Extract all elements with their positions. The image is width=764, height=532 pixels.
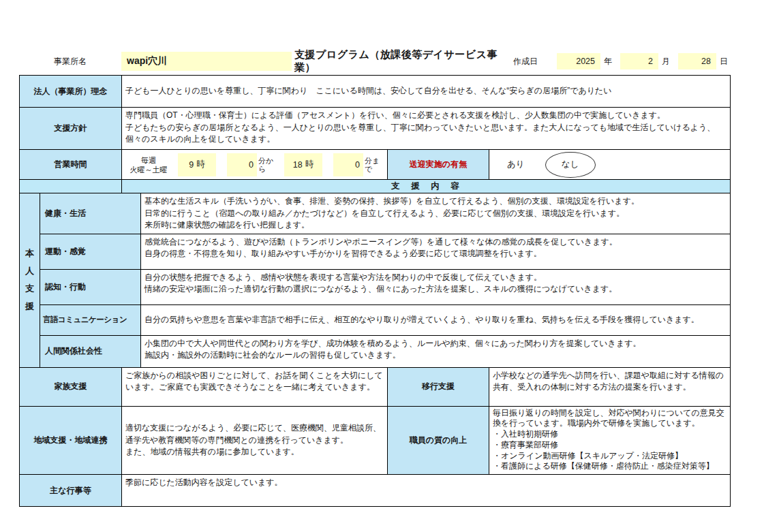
- health-life-text: 基本的な生活スキル（手洗いうがい、食事、排泄、姿勢の保持、挨拶等）を自立して行え…: [141, 193, 730, 234]
- health-life-label: 健康・生活: [40, 193, 141, 234]
- cognition-behavior-label: 認知・行動: [40, 270, 141, 304]
- motor-sensory-label: 運動・感覚: [40, 234, 141, 269]
- end-hour-unit: 時: [305, 159, 314, 170]
- cognition-behavior-text: 自分の状態を把握できるよう、感情や状態を表現する言葉や方法を関わりの中で反復して…: [141, 270, 730, 304]
- minute-from-unit: 分から: [257, 157, 276, 173]
- language-communication-line-1: 自分の気持ちや意思を言葉や非言語で相手に伝え、相互的なやり取りが増えていくよう、…: [144, 314, 727, 326]
- events-text: 季節に応じた活動内容を設定しています。: [122, 475, 730, 506]
- band-left-spacer: [20, 180, 122, 193]
- document-header: 事業所名 wapi穴川 支援プログラム（放課後等デイサービス事業） 作成日 20…: [19, 50, 731, 72]
- end-hour-value: 18: [293, 160, 303, 170]
- social-relations-row: 人間関係社会性 小集団の中で大人や同世代との関わり方を学び、成功体験を積めるよう…: [40, 336, 730, 367]
- philosophy-row: 法人（事業所）理念 子ども一人ひとりの思いを尊重し、丁寧に関わり ここにいる時間…: [20, 76, 730, 108]
- social-relations-label: 人間関係社会性: [40, 336, 141, 367]
- day-unit: 日: [720, 56, 728, 67]
- family-support-label: 家族支援: [20, 368, 122, 406]
- community-staff-row: 地域支援・地域連携 適切な支援につながるよう、必要に応じて、医療機関、児童相談所…: [20, 407, 730, 475]
- social-relations-line-1: 小集団の中で大人や同世代との関わり方を学び、成功体験を積めるよう、ルールや約束、…: [144, 338, 727, 350]
- health-life-line-2: 日常的に行うこと（宿題への取り組み／かたづけなど）を自立して行えるよう、必要に応…: [144, 208, 727, 220]
- staff-training-item-4: ・看護師による研修【保健研修・虐待防止・感染症対策等】: [493, 461, 727, 472]
- start-hour-field[interactable]: 9 時: [178, 153, 216, 176]
- events-row: 主な行事等 季節に応じた活動内容を設定しています。: [20, 475, 730, 506]
- events-line: 季節に応じた活動内容を設定しています。: [125, 477, 727, 489]
- health-life-line-1: 基本的な生活スキル（手洗いうがい、食事、排泄、姿勢の保持、挨拶等）を自立して行え…: [144, 195, 727, 208]
- staff-training-item-2: ・療育事業部研修: [493, 440, 727, 451]
- staff-quality-intro: 毎日振り返りの時間を設定し、対応や関わりについての意見交換を行っています。職場内…: [493, 408, 727, 430]
- support-content-band: 支 援 内 容: [20, 180, 730, 193]
- language-communication-row: 言語コミュニケーション 自分の気持ちや意思を言葉や非言語で相手に伝え、相互的なや…: [40, 305, 730, 336]
- end-minute-field[interactable]: 0: [333, 153, 363, 176]
- hours-label: 営業時間: [20, 150, 122, 179]
- policy-paragraph-1: 専門職員（OT・心理職・保育士）による評価（アセスメント）を行い、個々に必要とさ…: [125, 110, 727, 122]
- community-support-line-2: また、地域の情報共有の場に参加しています。: [125, 446, 384, 458]
- hours-row: 営業時間 毎週 火曜～土曜 9 時 0 分から 18 時: [20, 150, 730, 180]
- program-table: 法人（事業所）理念 子ども一人ひとりの思いを尊重し、丁寧に関わり ここにいる時間…: [19, 75, 731, 507]
- language-communication-label: 言語コミュニケーション: [40, 305, 141, 335]
- family-support-text: ご家族からの相談や困りごとに対して、お話を聞くことを大切にしています。ご家庭でも…: [122, 368, 388, 406]
- community-support-line-1: 適切な支援につながるよう、必要に応じて、医療機関、児童相談所、通学先や教育機関等…: [125, 422, 384, 446]
- staff-quality-text: 毎日振り返りの時間を設定し、対応や関わりについての意見交換を行っています。職場内…: [489, 407, 730, 475]
- start-minute-value: 0: [249, 160, 254, 170]
- personal-support-rows: 健康・生活 基本的な生活スキル（手洗いうがい、食事、排泄、姿勢の保持、挨拶等）を…: [40, 193, 730, 367]
- philosophy-text: 子ども一人ひとりの思いを尊重し、丁寧に関わり ここにいる時間は、安心して自分を出…: [122, 76, 730, 107]
- social-relations-text: 小集団の中で大人や同世代との関わり方を学び、成功体験を積めるよう、ルールや約束、…: [141, 336, 730, 367]
- transport-no-circle[interactable]: なし: [545, 152, 596, 178]
- month-unit: 月: [662, 56, 670, 67]
- staff-quality-label: 職員の質の向上: [387, 407, 489, 475]
- start-minute-field[interactable]: 0: [227, 153, 257, 176]
- office-name-label: 事業所名: [19, 56, 121, 67]
- community-support-text: 適切な支援につながるよう、必要に応じて、医療機関、児童相談所、通学先や教育機関等…: [122, 407, 388, 475]
- motor-sensory-row: 運動・感覚 感覚統合につながるよう、遊びや活動（トランポリンやポニースイング等）…: [40, 234, 730, 270]
- day-field[interactable]: 28: [678, 53, 716, 69]
- start-hour-value: 9: [189, 160, 194, 170]
- start-hour-unit: 時: [196, 159, 205, 170]
- end-minute-value: 0: [355, 160, 360, 170]
- cognition-behavior-line-1: 自分の状態を把握できるよう、感情や状態を表現する言葉や方法を関わりの中で反復して…: [144, 272, 727, 284]
- schedule-frequency: 毎週: [122, 155, 175, 165]
- document-title: 支援プログラム（放課後等デイサービス事業）: [292, 48, 513, 74]
- support-content-title: 支 援 内 容: [122, 180, 730, 193]
- schedule-days: 火曜～土曜: [122, 165, 175, 174]
- policy-row: 支援方針 専門職員（OT・心理職・保育士）による評価（アセスメント）を行い、個々…: [20, 108, 730, 150]
- year-unit: 年: [604, 56, 612, 67]
- events-label: 主な行事等: [20, 475, 122, 506]
- policy-label: 支援方針: [20, 108, 122, 149]
- office-name-field[interactable]: wapi穴川: [121, 52, 292, 71]
- transport-option-no: なし: [562, 159, 579, 170]
- motor-sensory-line-2: 自身の得意・不得意を知り、取り組みやすい手がかりを習得できるよう必要に応じて環境…: [144, 248, 727, 260]
- hours-values: 毎週 火曜～土曜 9 時 0 分から 18 時 0 分まで: [122, 150, 388, 179]
- minute-to-unit: 分まで: [363, 157, 382, 173]
- transport-label: 送迎実施の有無: [387, 150, 489, 179]
- motor-sensory-line-1: 感覚統合につながるよう、遊びや活動（トランポリンやポニースイング等）を通して様々…: [144, 236, 727, 249]
- transition-support-text: 小学校などの通学先へ訪問を行い、課題や取組に対する情報の共有、受入れの体制に対す…: [489, 368, 730, 406]
- transport-options: あり なし: [489, 150, 730, 179]
- philosophy-line: 子ども一人ひとりの思いを尊重し、丁寧に関わり ここにいる時間は、安心して自分を出…: [125, 85, 727, 97]
- policy-paragraph-2: 子どもたちの安らぎの居場所となるよう、一人ひとりの思いを尊重し、丁寧に関わってい…: [125, 122, 727, 146]
- cognition-behavior-row: 認知・行動 自分の状態を把握できるよう、感情や状態を表現する言葉や方法を関わりの…: [40, 270, 730, 305]
- personal-support-vertical-label: 本人支援: [25, 245, 35, 315]
- year-field[interactable]: 2025: [557, 53, 600, 69]
- cognition-behavior-line-2: 情緒の安定や場面に沿った適切な行動の選択につながるよう、個々にあった方法を提案し…: [144, 283, 727, 296]
- health-life-line-3: 来所時に健康状態の確認を行い把握します。: [144, 219, 727, 232]
- policy-text: 専門職員（OT・心理職・保育士）による評価（アセスメント）を行い、個々に必要とさ…: [122, 108, 730, 149]
- end-hour-field[interactable]: 18 時: [284, 153, 322, 176]
- philosophy-label: 法人（事業所）理念: [20, 76, 122, 107]
- support-program-document: 事業所名 wapi穴川 支援プログラム（放課後等デイサービス事業） 作成日 20…: [0, 0, 764, 532]
- motor-sensory-text: 感覚統合につながるよう、遊びや活動（トランポリンやポニースイング等）を通して様々…: [141, 234, 730, 269]
- transport-option-yes[interactable]: あり: [507, 159, 525, 170]
- month-field[interactable]: 2: [620, 53, 658, 69]
- staff-training-item-1: ・入社時初期研修: [493, 429, 727, 440]
- transition-support-label: 移行支援: [387, 368, 489, 406]
- health-life-row: 健康・生活 基本的な生活スキル（手洗いうがい、食事、排泄、姿勢の保持、挨拶等）を…: [40, 193, 730, 234]
- staff-training-item-3: ・オンライン動画研修【スキルアップ・法定研修】: [493, 451, 727, 462]
- family-transition-row: 家族支援 ご家族からの相談や困りごとに対して、お話を聞くことを大切にしています。…: [20, 368, 730, 407]
- weekly-schedule: 毎週 火曜～土曜: [122, 155, 175, 174]
- personal-support-block: 本人支援 健康・生活 基本的な生活スキル（手洗いうがい、食事、排泄、姿勢の保持、…: [20, 193, 730, 368]
- creation-date-label: 作成日: [513, 56, 538, 67]
- social-relations-line-2: 施設内・施設外の活動時に社会的なルールの習得も促していきます。: [144, 349, 727, 362]
- personal-support-vertical-label-cell: 本人支援: [20, 193, 40, 367]
- community-support-label: 地域支援・地域連携: [20, 407, 122, 475]
- language-communication-text: 自分の気持ちや意思を言葉や非言語で相手に伝え、相互的なやり取りが増えていくよう、…: [141, 305, 730, 335]
